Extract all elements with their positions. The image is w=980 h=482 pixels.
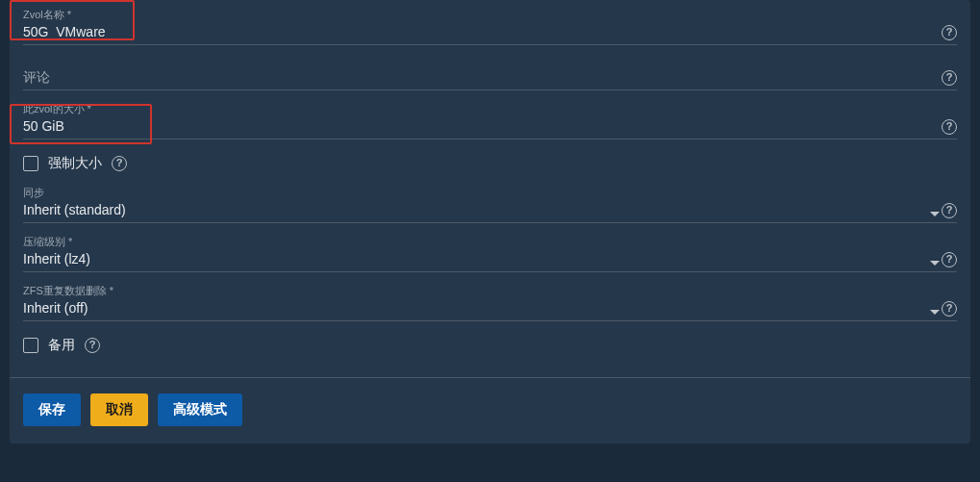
size-input[interactable]: 50 GiB — [23, 115, 957, 139]
size-label: 此zvol的大小 * — [23, 102, 957, 115]
zvol-name-input[interactable]: 50G_VMware — [23, 21, 957, 44]
force-size-label: 强制大小 — [48, 155, 102, 172]
comment-field[interactable]: 评论 ? — [23, 53, 957, 90]
compression-field[interactable]: 压缩级别 * Inherit (lz4) ? — [23, 231, 957, 272]
save-button[interactable]: 保存 — [23, 393, 81, 426]
force-size-row[interactable]: 强制大小 ? — [23, 147, 957, 182]
comment-input[interactable]: 评论 — [23, 66, 957, 89]
zvol-name-field[interactable]: Zvol名称 * 50G_VMware ? — [23, 4, 957, 45]
dedup-field[interactable]: ZFS重复数据删除 * Inherit (off) ? — [23, 280, 957, 321]
zvol-form-card: Zvol名称 * 50G_VMware ? 评论 ? 此zvol的大小 * 50… — [10, 0, 970, 378]
help-icon[interactable]: ? — [942, 117, 959, 135]
sparse-row[interactable]: 备用 ? — [23, 329, 957, 371]
help-icon[interactable]: ? — [85, 338, 100, 353]
form-actions: 保存 取消 高级模式 — [10, 378, 970, 444]
help-icon[interactable]: ? — [942, 23, 959, 40]
chevron-down-icon — [930, 310, 940, 315]
compression-select[interactable]: Inherit (lz4) — [23, 248, 957, 271]
help-icon[interactable]: ? — [942, 68, 959, 86]
help-icon[interactable]: ? — [942, 201, 959, 218]
chevron-down-icon — [930, 212, 940, 216]
sparse-checkbox[interactable] — [23, 338, 38, 353]
zvol-name-label: Zvol名称 * — [23, 8, 957, 21]
compression-label: 压缩级别 * — [23, 235, 957, 248]
dedup-label: ZFS重复数据删除 * — [23, 284, 957, 297]
sync-label: 同步 — [23, 186, 957, 199]
sync-select[interactable]: Inherit (standard) — [23, 199, 957, 222]
help-icon[interactable]: ? — [942, 299, 959, 317]
chevron-down-icon — [930, 261, 940, 266]
sync-field[interactable]: 同步 Inherit (standard) ? — [23, 182, 957, 223]
help-icon[interactable]: ? — [942, 250, 959, 267]
cancel-button[interactable]: 取消 — [90, 393, 148, 426]
dedup-select[interactable]: Inherit (off) — [23, 297, 957, 320]
size-field[interactable]: 此zvol的大小 * 50 GiB ? — [23, 98, 957, 140]
help-icon[interactable]: ? — [112, 156, 127, 171]
advanced-mode-button[interactable]: 高级模式 — [158, 393, 242, 426]
sparse-label: 备用 — [48, 337, 75, 354]
force-size-checkbox[interactable] — [23, 156, 38, 171]
